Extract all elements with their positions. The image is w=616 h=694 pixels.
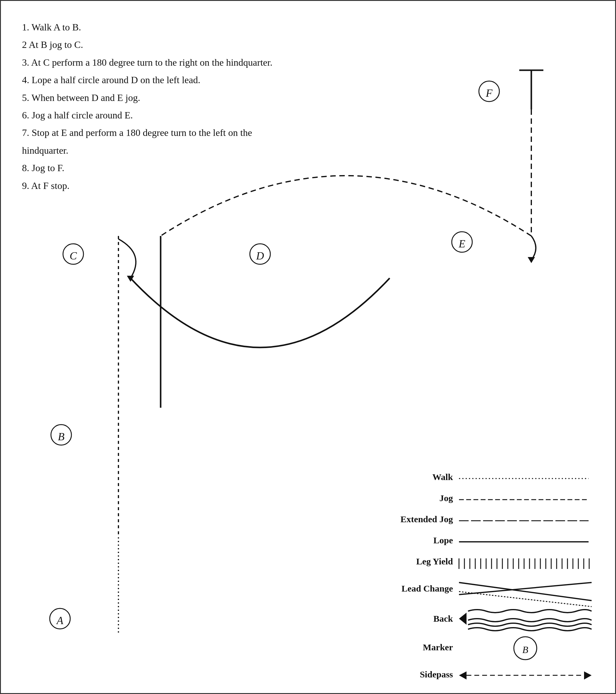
back-wave-4	[468, 628, 592, 631]
marker-e-label: E	[458, 238, 465, 250]
sidepass-arrow-right	[584, 671, 592, 679]
instruction-9: 8. Jog to F.	[22, 160, 293, 176]
legend-legyield-label: Leg Yield	[416, 556, 453, 566]
legend-leadchange-symbol	[459, 583, 592, 607]
legend-lope-label: Lope	[433, 535, 453, 545]
marker-c-circle	[63, 244, 84, 264]
marker-a-circle	[50, 608, 70, 629]
legend-sidepass-label: Sidepass	[420, 669, 453, 679]
legend-marker-label: Marker	[423, 642, 453, 652]
legend-back-symbol	[459, 609, 592, 631]
marker-d-circle	[250, 244, 270, 264]
instruction-6: 6. Jog a half circle around E.	[22, 107, 293, 123]
legend-jog-label: Jog	[439, 493, 453, 503]
e-turn-arc	[531, 236, 536, 260]
svg-line-26	[459, 583, 592, 595]
instruction-2: 2 At B jog to C.	[22, 36, 293, 53]
page: 1. Walk A to B. 2 At B jog to C. 3. At C…	[0, 0, 616, 694]
marker-f-circle	[479, 81, 500, 102]
c-turn-arrowhead	[127, 276, 134, 282]
marker-a-label: A	[56, 615, 64, 626]
legend-marker-b: B	[522, 644, 528, 655]
legend-walk-label: Walk	[433, 472, 453, 482]
legend-legyield-ticks	[459, 559, 589, 569]
instruction-10: 9. At F stop.	[22, 178, 293, 194]
svg-line-25	[459, 583, 592, 601]
lope-arc-around-d	[130, 278, 390, 347]
legend-leadchange-label: Lead Change	[401, 583, 453, 593]
instruction-4: 4. Lope a half circle around D on the le…	[22, 72, 293, 88]
marker-d-label: D	[256, 250, 264, 262]
marker-b-label: B	[58, 431, 65, 443]
marker-b-circle	[51, 425, 71, 445]
c-turn-arc	[119, 239, 136, 278]
back-wave-1	[468, 609, 592, 613]
legend-back-label: Back	[433, 614, 453, 623]
legend-marker-circle	[514, 637, 537, 660]
back-wave-3	[468, 623, 592, 626]
instruction-3: 3. At C perform a 180 degree turn to the…	[22, 54, 293, 71]
instruction-1: 1. Walk A to B.	[22, 19, 293, 35]
back-wave-2	[468, 619, 592, 622]
legend-extjog-label: Extended Jog	[400, 514, 453, 524]
marker-c-label: C	[70, 250, 77, 262]
instruction-5: 5. When between D and E jog.	[22, 90, 293, 106]
legend-sidepass-symbol	[459, 671, 592, 679]
instruction-7: 7. Stop at E and perform a 180 degree tu…	[22, 125, 293, 141]
svg-line-27	[459, 591, 592, 607]
marker-f-label: F	[486, 87, 493, 99]
marker-e-circle	[452, 232, 472, 252]
sidepass-arrow-left	[459, 671, 467, 679]
e-turn-arrowhead	[528, 257, 535, 263]
svg-marker-28	[459, 613, 467, 625]
instruction-8: hindquarter.	[22, 142, 293, 159]
instructions-block: 1. Walk A to B. 2 At B jog to C. 3. At C…	[22, 19, 293, 194]
